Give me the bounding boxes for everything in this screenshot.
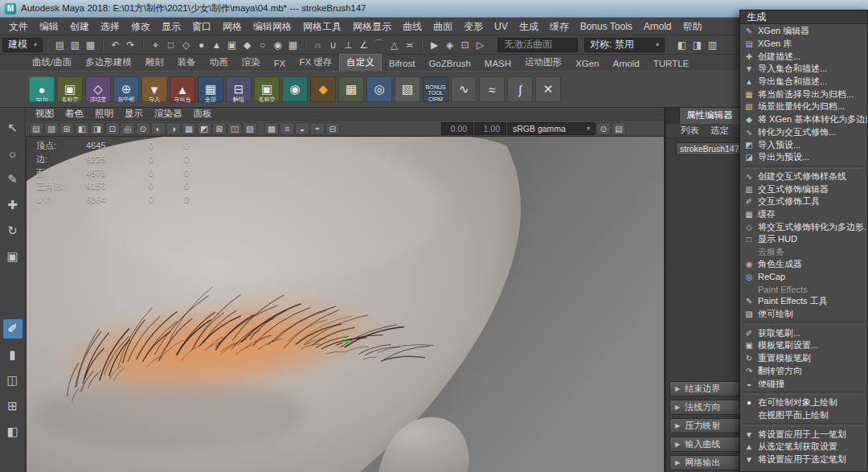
rotate-tool[interactable]: ↻ xyxy=(2,220,23,241)
shelf-button[interactable]: ◆ xyxy=(310,76,336,102)
menubar-item[interactable]: UV xyxy=(489,18,514,35)
menu-item[interactable]: ◪ 导出为预设... xyxy=(740,151,867,164)
viewport-toolbar-icon[interactable]: ◒ xyxy=(295,122,309,135)
menu-item[interactable]: ▲ 导出集合和描述... xyxy=(740,76,867,88)
menu-item[interactable]: ▤ XGen 库 xyxy=(740,38,867,51)
scale-tool[interactable]: ▣ xyxy=(2,246,23,267)
attribute-editor-tab[interactable]: 属性编辑器 xyxy=(679,107,740,124)
menubar-item[interactable]: 曲线 xyxy=(397,18,428,35)
panel-menu-item[interactable]: 视图 xyxy=(31,108,59,120)
selection-mask-icon[interactable]: ▣ xyxy=(224,37,240,52)
panel-toggle-icon[interactable]: ▥ xyxy=(705,37,720,52)
menu-item[interactable]: ◩ 导入预设... xyxy=(740,138,867,151)
layout-persp-outliner[interactable]: ◧ xyxy=(2,421,23,442)
menu-item[interactable]: ▼ 导入集合和描述... xyxy=(740,63,867,76)
menu-item[interactable]: ◒ 使碰撞 xyxy=(740,377,867,390)
layout-two-panes[interactable]: ◫ xyxy=(2,370,23,391)
menubar-item[interactable]: 曲面 xyxy=(428,18,458,35)
viewport-canvas[interactable]: 顶点: 4645 0 0 边: 9225 0 0 面: 4578 0 0 xyxy=(26,137,664,472)
shelf-tab[interactable]: 装备 xyxy=(171,55,203,71)
menubar-item[interactable]: 生成 xyxy=(514,18,544,35)
shelf-tab[interactable]: 渲染 xyxy=(235,55,267,71)
menu-item[interactable]: ▨ 使可绘制 xyxy=(740,308,867,321)
shelf-button[interactable]: ▼ 导入 xyxy=(141,76,167,102)
menubar-item[interactable]: 创建 xyxy=(64,18,95,35)
shelf-tab[interactable]: Bifrost xyxy=(383,57,422,71)
lasso-tool[interactable]: ○ xyxy=(2,143,23,164)
menu-item[interactable]: ∿ 转化为交互式修饰... xyxy=(740,126,867,139)
menubar-item[interactable]: 网格工具 xyxy=(297,18,347,35)
panel-menu-item[interactable]: 照明 xyxy=(90,108,118,120)
menu-item[interactable]: ▧ 场景批量转化为归档... xyxy=(740,101,867,113)
shelf-button[interactable]: ≈ xyxy=(479,76,505,102)
viewport-toolbar-icon[interactable]: ▦ xyxy=(182,122,196,135)
menubar-item[interactable]: 修改 xyxy=(125,18,156,35)
layout-single-pane[interactable]: ▮ xyxy=(2,344,23,365)
menu-item[interactable]: ◎ ReCap xyxy=(740,270,867,283)
attribute-editor-menu-item[interactable]: 选定 xyxy=(706,125,734,137)
selection-mask-icon[interactable]: ⌖ xyxy=(148,37,163,52)
shelf-tab[interactable]: 自定义 xyxy=(339,54,382,71)
shelf-tab[interactable]: 运动图形 xyxy=(518,55,568,71)
gamma-field[interactable]: 1.00 xyxy=(474,122,506,135)
snap-icon[interactable]: ≍ xyxy=(402,37,417,52)
shelf-button[interactable]: ∿ xyxy=(451,76,477,102)
menu-item[interactable]: □ 显示 HUD xyxy=(740,233,867,246)
menubar-item[interactable]: 缓存 xyxy=(544,18,575,35)
viewport-toolbar-icon[interactable]: ⊞ xyxy=(59,122,74,135)
menu-item[interactable]: ▦ 将当前选择导出为归档... xyxy=(740,88,867,101)
shelf-button[interactable]: ▣ 名称空 xyxy=(254,76,280,102)
exposure-field[interactable]: 0.00 xyxy=(441,122,473,135)
render-icon[interactable]: ⊡ xyxy=(457,37,473,52)
selection-mask-icon[interactable]: □ xyxy=(163,37,178,52)
menu-item[interactable]: ▦ 缓存 xyxy=(740,208,867,221)
shelf-tab[interactable]: 动画 xyxy=(203,55,235,71)
paint-selection-tool[interactable]: ✎ xyxy=(2,169,23,190)
menu-set-dropdown[interactable]: 建模 ▾ xyxy=(2,38,43,52)
menu-item[interactable]: ✎ Paint Effects 工具 xyxy=(740,295,867,308)
viewport-toolbar-icon[interactable]: ▤ xyxy=(612,122,626,135)
menu-item[interactable]: ▼ 将设置应用于选定笔划 xyxy=(740,454,867,466)
menu-item[interactable]: ◇ 将交互式修饰转化为多边形... xyxy=(740,220,867,233)
shelf-tab[interactable]: TURTLE xyxy=(647,57,696,71)
menubar-item[interactable]: 编辑网格 xyxy=(248,18,297,35)
shelf-tab[interactable]: XGen xyxy=(569,57,605,71)
selection-mask-icon[interactable]: ▦ xyxy=(285,37,301,52)
menubar-item[interactable]: Bonus Tools xyxy=(575,18,638,35)
menu-item[interactable]: ✚ 创建描述... xyxy=(740,50,867,63)
viewport-toolbar-icon[interactable]: ⊙ xyxy=(596,122,611,135)
panel-menu-item[interactable]: 面板 xyxy=(189,108,217,120)
shelf-button[interactable]: ⊟ 解组 xyxy=(226,76,252,102)
render-icon[interactable]: ▷ xyxy=(473,37,488,52)
shelf-tab[interactable]: 雕刻 xyxy=(139,55,170,71)
menu-item[interactable]: 在视图平面上绘制 xyxy=(740,409,867,422)
selection-mask-icon[interactable]: ◆ xyxy=(240,37,255,52)
render-icon[interactable]: ▶ xyxy=(427,37,442,52)
viewport-toolbar-icon[interactable]: ⊡ xyxy=(105,122,120,135)
selection-mask-icon[interactable]: ○ xyxy=(255,37,270,52)
viewport-toolbar-icon[interactable]: ▤ xyxy=(29,122,43,135)
shelf-tab[interactable]: Arnold xyxy=(606,57,645,71)
snap-icon[interactable]: ⊥ xyxy=(341,37,356,52)
menu-item[interactable]: ✎ XGen 编辑器 xyxy=(740,25,867,38)
menu-item[interactable]: ∿ 创建交互式修饰样条线 xyxy=(740,170,867,183)
menubar-item[interactable]: 变形 xyxy=(458,18,489,35)
menubar-item[interactable]: 网格 xyxy=(217,18,248,35)
menubar-item[interactable]: 编辑 xyxy=(34,18,64,35)
menubar-item[interactable]: 选择 xyxy=(95,18,125,35)
menu-item[interactable]: ▥ 交互式修饰编辑器 xyxy=(740,183,867,195)
file-action-icon[interactable]: ▤ xyxy=(52,37,68,52)
panel-menu-item[interactable]: 渲染器 xyxy=(149,108,187,120)
snap-icon[interactable]: ⌒ xyxy=(371,37,387,52)
selection-mask-icon[interactable]: ● xyxy=(194,37,209,52)
shelf-button[interactable]: ✕ xyxy=(535,76,561,102)
selection-mask-icon[interactable]: ▲ xyxy=(209,37,224,52)
menu-item[interactable]: ◉ 角色生成器 xyxy=(740,258,867,271)
paint-effects-brush-tool[interactable]: ✐ xyxy=(2,318,23,339)
snap-icon[interactable]: ∠ xyxy=(356,37,371,52)
viewport-toolbar-icon[interactable]: ◫ xyxy=(227,122,242,135)
menu-item[interactable]: ◆ 将 XGen 基本体转化为多边形 xyxy=(740,113,867,126)
attribute-editor-menu-item[interactable]: 列表 xyxy=(676,125,704,137)
menubar-item[interactable]: Arnold xyxy=(638,18,678,35)
shelf-button[interactable]: ▧ xyxy=(395,76,420,102)
